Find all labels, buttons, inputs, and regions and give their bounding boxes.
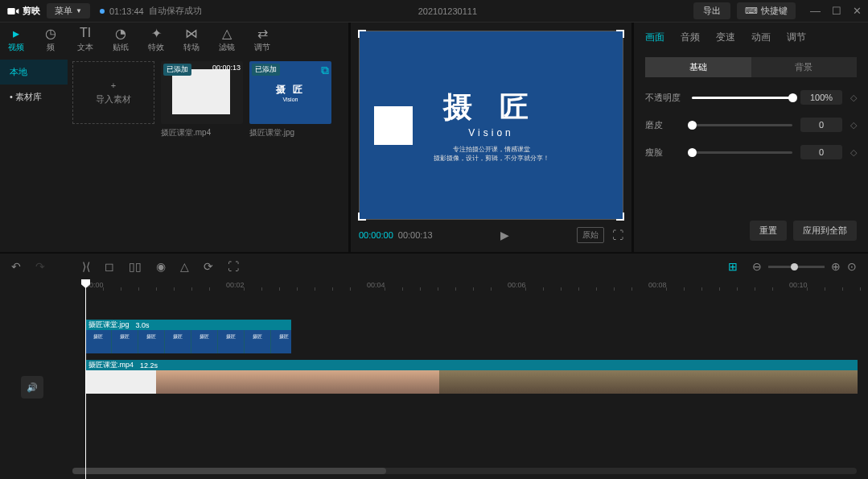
tab-icon: ◔: [113, 26, 128, 40]
prop-tab-1[interactable]: 音频: [681, 31, 700, 44]
logo-icon: ⧉: [321, 64, 329, 77]
qr-code: [374, 106, 413, 145]
original-ratio-button[interactable]: 原始: [577, 227, 604, 243]
total-time: 00:00:13: [398, 230, 433, 240]
magnet-button[interactable]: ⊞: [728, 260, 738, 273]
media-item-image[interactable]: 已添加 ⧉ 摄 匠 Vision 摄匠课堂.jpg: [249, 61, 331, 138]
resize-handle-br[interactable]: [616, 213, 624, 221]
timeline-track-video[interactable]: 摄匠课堂.mp412.2s: [85, 360, 858, 394]
redo-button[interactable]: ↷: [35, 260, 45, 273]
track-frame: [85, 370, 121, 394]
crop2-button[interactable]: ⛶: [228, 260, 239, 273]
undo-button[interactable]: ↶: [11, 260, 21, 273]
track-frame: [581, 370, 616, 394]
smooth-value[interactable]: 0: [800, 118, 842, 132]
rotate-button[interactable]: ⟳: [204, 260, 213, 273]
track-frame: [333, 370, 368, 394]
media-tab-2[interactable]: TI文本: [77, 26, 93, 53]
tab-icon: ▸: [9, 26, 23, 40]
maximize-button[interactable]: ☐: [832, 5, 841, 17]
zoom-slider[interactable]: [768, 266, 825, 268]
apply-all-button[interactable]: 应用到全部: [793, 221, 857, 241]
tab-icon: TI: [78, 26, 93, 40]
menu-dropdown[interactable]: 菜单 ▼: [47, 3, 90, 19]
opacity-label: 不透明度: [645, 92, 684, 104]
media-tab-6[interactable]: △滤镜: [219, 26, 235, 53]
timeline-ruler[interactable]: 00:0000:0200:0400:0600:0800:10: [64, 279, 868, 295]
track-frame: [298, 370, 333, 394]
ratio-button[interactable]: ▯▯: [129, 260, 142, 273]
export-button[interactable]: 导出: [693, 2, 730, 19]
crop-button[interactable]: ◻: [105, 260, 114, 273]
zoom-fit-button[interactable]: ⊙: [847, 260, 857, 273]
playhead[interactable]: [85, 279, 86, 479]
slim-slider[interactable]: [692, 151, 792, 154]
prop-tab-4[interactable]: 调节: [787, 31, 806, 44]
ruler-tick: 00:08: [648, 281, 667, 289]
prop-tab-3[interactable]: 动画: [751, 31, 771, 44]
track-frame: [262, 370, 298, 394]
keyboard-icon: ⌨: [745, 6, 758, 16]
speaker-icon: 🔊: [27, 382, 38, 393]
ruler-tick: 00:06: [508, 281, 526, 289]
zoom-in-button[interactable]: ⊕: [831, 260, 841, 273]
speed-button[interactable]: ◉: [156, 260, 166, 273]
tab-icon: ⇄: [255, 26, 269, 40]
prop-tab-2[interactable]: 变速: [716, 31, 735, 44]
preview-subtitle-text: Vision: [468, 127, 513, 138]
media-tab-1[interactable]: ◷频: [43, 26, 58, 53]
track-frame: [758, 370, 793, 394]
track-mute-button[interactable]: 🔊: [21, 376, 43, 398]
minimize-button[interactable]: —: [810, 5, 821, 17]
tab-icon: ⋈: [184, 26, 199, 40]
slim-value[interactable]: 0: [800, 145, 842, 159]
close-button[interactable]: ✕: [853, 5, 862, 17]
track-frame: [121, 370, 156, 394]
svg-rect-0: [7, 8, 14, 14]
media-tab-7[interactable]: ⇄调节: [254, 26, 270, 53]
fullscreen-button[interactable]: ⛶: [612, 229, 623, 242]
opacity-value[interactable]: 100%: [800, 90, 842, 105]
plus-icon: +: [111, 81, 116, 90]
reset-button[interactable]: 重置: [750, 221, 787, 241]
media-tab-3[interactable]: ◔贴纸: [113, 26, 129, 53]
mirror-button[interactable]: △: [180, 260, 189, 273]
media-item-video[interactable]: 已添加 00:00:13 摄匠课堂.mp4: [161, 61, 243, 138]
track-frame: 摄匠: [138, 330, 164, 353]
play-button[interactable]: ▶: [500, 229, 509, 242]
zoom-out-button[interactable]: ⊖: [752, 260, 762, 273]
track-frame: [191, 370, 227, 394]
track-frame: [616, 370, 652, 394]
sub-tab-background[interactable]: 背景: [751, 57, 858, 77]
opacity-slider[interactable]: [692, 97, 792, 99]
prop-tab-0[interactable]: 画面: [645, 31, 664, 44]
sub-tab-basic[interactable]: 基础: [645, 57, 751, 77]
media-tab-0[interactable]: ▸视频: [8, 26, 24, 53]
resize-handle-bl[interactable]: [358, 213, 366, 221]
smooth-stepper[interactable]: ◇: [850, 120, 857, 130]
resize-handle-tr[interactable]: [616, 30, 624, 38]
track-frame: 摄匠: [85, 330, 111, 353]
track-frame: [404, 370, 439, 394]
preview-canvas[interactable]: 摄 匠 Vision 专注拍摄公开课，情感课堂 摄影摄像，设计，剪辑，不分享就分…: [359, 31, 623, 220]
media-side-0[interactable]: 本地: [0, 60, 68, 85]
smooth-slider[interactable]: [692, 124, 792, 126]
track-frame: 摄匠: [245, 330, 270, 353]
track-frame: [368, 370, 404, 394]
slim-stepper[interactable]: ◇: [850, 147, 857, 158]
media-side-1[interactable]: • 素材库: [0, 85, 68, 109]
timeline-scrollbar[interactable]: [72, 468, 857, 474]
track-frame: 摄匠: [218, 330, 244, 353]
split-button[interactable]: ⟩⟨: [82, 260, 90, 273]
track-frame: [510, 370, 545, 394]
track-frame: [829, 370, 858, 394]
tab-icon: ◷: [43, 26, 58, 40]
media-tab-5[interactable]: ⋈转场: [183, 26, 200, 53]
timeline-track-image[interactable]: 摄匠课堂.jpg3.0s 摄匠摄匠摄匠摄匠摄匠摄匠摄匠摄匠: [85, 320, 291, 353]
import-media-tile[interactable]: + 导入素材: [72, 61, 154, 124]
track-frame: [439, 370, 475, 394]
resize-handle-tl[interactable]: [358, 30, 366, 38]
shortcuts-button[interactable]: ⌨ 快捷键: [737, 2, 796, 19]
media-tab-4[interactable]: ✦特效: [148, 26, 164, 53]
opacity-stepper[interactable]: ◇: [850, 93, 857, 103]
